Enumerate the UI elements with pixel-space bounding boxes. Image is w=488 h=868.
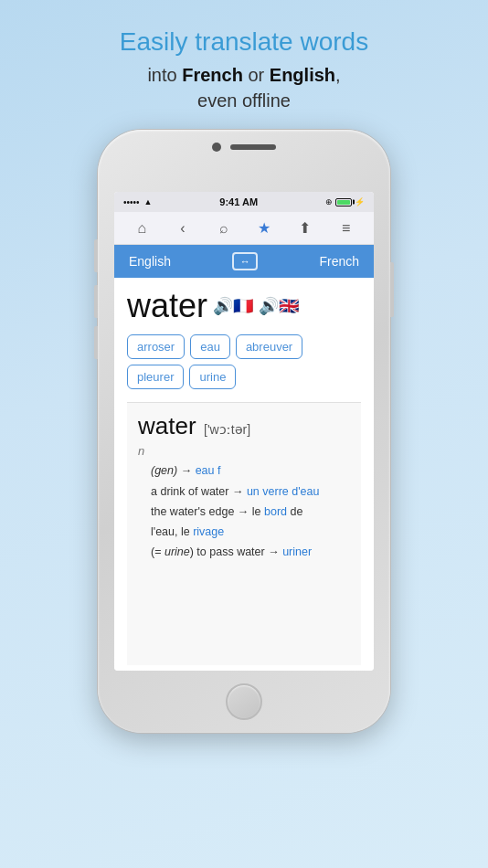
dict-entry-2b: l'eau, le rivage xyxy=(151,523,350,542)
phone-screen: ••••• ▲ 9:41 AM ⊕ ⚡ ⌂ ‹ ⌕ ★ ⬆ ≡ English xyxy=(114,192,374,671)
status-left: ••••• ▲ xyxy=(123,197,152,207)
word-heading: water 🔊🇫🇷 🔊🇬🇧 xyxy=(127,287,361,325)
charging-icon: ⚡ xyxy=(355,197,365,206)
promo-subtitle-french: French xyxy=(182,65,243,85)
language-bar: English ↔ French xyxy=(114,245,374,278)
star-icon[interactable]: ★ xyxy=(251,219,277,237)
phone-mockup: ••••• ▲ 9:41 AM ⊕ ⚡ ⌂ ‹ ⌕ ★ ⬆ ≡ English xyxy=(98,130,390,733)
phone-camera-area xyxy=(212,143,276,152)
dict-entry-0: (gen) → eau f xyxy=(151,461,350,481)
camera-dot xyxy=(212,143,221,152)
promo-subtitle-english: English xyxy=(270,65,335,85)
dict-trans-2: bord xyxy=(264,505,287,518)
status-bar: ••••• ▲ 9:41 AM ⊕ ⚡ xyxy=(114,192,374,212)
promo-subtitle: into French or English, even offline xyxy=(147,62,340,113)
chip-pleurer[interactable]: pleurer xyxy=(127,365,184,389)
battery-icon xyxy=(335,198,352,206)
chip-eau[interactable]: eau xyxy=(190,334,230,359)
promo-title: Easily translate words xyxy=(120,26,368,58)
wifi-icon: ▲ xyxy=(144,197,153,206)
chips-area: arroser eau abreuver pleurer urine xyxy=(127,334,361,389)
chip-abreuver[interactable]: abreuver xyxy=(236,334,302,359)
dictionary-section: water ['wɔːtər] n (gen) → eau f a drink … xyxy=(127,402,361,665)
dict-entry-1: a drink of water → un verre d'eau xyxy=(151,482,350,502)
dict-word: water xyxy=(138,412,196,439)
dict-entry-3: (= urine) to pass water → uriner xyxy=(151,543,350,562)
dict-trans-1: un verre d'eau xyxy=(247,485,320,498)
home-icon[interactable]: ⌂ xyxy=(129,220,154,237)
dict-trans-3: uriner xyxy=(282,545,312,558)
chip-urine[interactable]: urine xyxy=(189,365,236,389)
chip-arroser[interactable]: arroser xyxy=(127,334,185,359)
search-word: water xyxy=(127,287,207,325)
dict-entry-2: the water's edge → le bord de xyxy=(151,503,350,522)
source-language-label[interactable]: English xyxy=(129,254,171,269)
home-button[interactable] xyxy=(226,683,262,720)
promo-subtitle-end: , xyxy=(335,65,341,85)
dict-trans-0: eau f xyxy=(196,464,221,477)
target-language-label[interactable]: French xyxy=(319,254,359,269)
promo-subtitle-into: into xyxy=(147,65,182,85)
english-audio-icon[interactable]: 🔊🇬🇧 xyxy=(259,296,299,316)
status-right: ⊕ ⚡ xyxy=(325,197,365,206)
status-time: 9:41 AM xyxy=(219,196,258,207)
dict-pos: n xyxy=(138,444,350,458)
swap-languages-button[interactable]: ↔ xyxy=(232,252,258,270)
promo-subtitle-offline: even offline xyxy=(197,90,291,111)
share-icon[interactable]: ⬆ xyxy=(292,219,318,237)
battery-fill xyxy=(337,200,350,205)
dict-phonetic: ['wɔːtər] xyxy=(204,422,250,437)
browser-toolbar: ⌂ ‹ ⌕ ★ ⬆ ≡ xyxy=(114,212,374,245)
back-icon[interactable]: ‹ xyxy=(170,220,196,237)
content-area: water 🔊🇫🇷 🔊🇬🇧 arroser eau abreuver pleur… xyxy=(114,278,374,671)
promo-subtitle-or: or xyxy=(243,65,270,85)
speaker-bar xyxy=(230,144,276,150)
menu-icon[interactable]: ≡ xyxy=(334,220,359,237)
lock-icon: ⊕ xyxy=(325,197,333,206)
dict-trans-2b: rivage xyxy=(193,525,224,538)
signal-bars: ••••• xyxy=(123,197,140,207)
dict-word-line: water ['wɔːtər] xyxy=(138,412,350,440)
french-audio-icon[interactable]: 🔊🇫🇷 xyxy=(213,296,253,316)
dict-entries: (gen) → eau f a drink of water → un verr… xyxy=(151,461,350,562)
search-icon[interactable]: ⌕ xyxy=(211,220,237,237)
